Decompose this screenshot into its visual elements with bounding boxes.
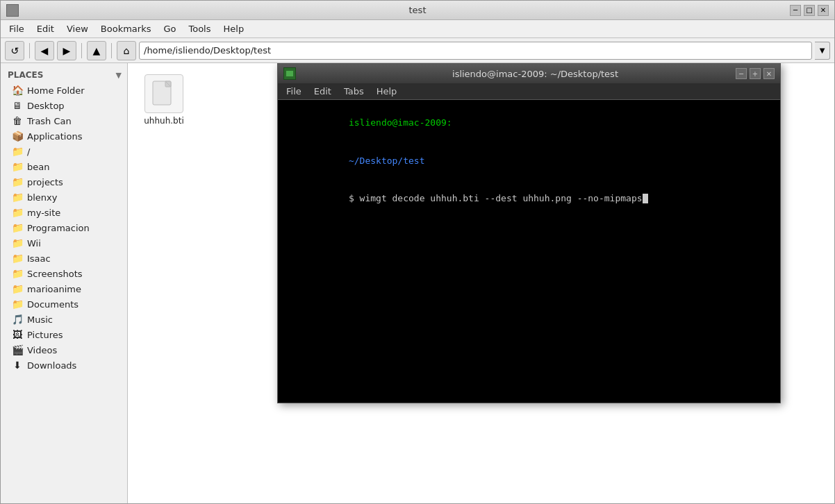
main-area: Places ▼ 🏠 Home Folder 🖥 Desktop 🗑 Trash… <box>1 63 834 503</box>
sidebar-item-music[interactable]: 🎵 Music <box>2 312 126 327</box>
up-button[interactable]: ▲ <box>87 41 106 60</box>
sidebar-item-trash-label: Trash Can <box>27 116 72 126</box>
sidebar-item-home[interactable]: 🏠 Home Folder <box>2 83 126 98</box>
terminal-menubar: File Edit Tabs Help <box>278 83 780 100</box>
terminal-close-button[interactable]: ✕ <box>763 68 775 79</box>
titlebar-controls: ─ □ ✕ <box>790 5 829 16</box>
projects-folder-icon: 📁 <box>12 176 23 187</box>
music-icon: 🎵 <box>12 314 23 325</box>
sidebar-item-mysite-label: my-site <box>27 208 60 218</box>
file-name: uhhuh.bti <box>144 116 184 126</box>
toolbar-separator-2 <box>81 43 82 58</box>
terminal-icon <box>283 67 296 80</box>
sidebar-item-projects-label: projects <box>27 177 63 187</box>
sidebar-item-bean-label: bean <box>27 162 49 172</box>
menu-go[interactable]: Go <box>158 22 181 35</box>
file-area: uhhuh.bti isliendo@imac-2009: ~/Desktop/… <box>128 63 834 503</box>
sidebar-item-documents[interactable]: 📁 Documents <box>2 296 126 312</box>
sidebar-item-programacion[interactable]: 📁 Programacion <box>2 220 126 235</box>
sidebar-item-videos[interactable]: 🎬 Videos <box>2 342 126 358</box>
root-folder-icon: 📁 <box>12 146 23 157</box>
menubar: File Edit View Bookmarks Go Tools Help <box>1 20 834 38</box>
wii-folder-icon: 📁 <box>12 237 23 249</box>
toolbar-separator <box>29 43 30 58</box>
location-bar[interactable]: /home/isliendo/Desktop/test <box>139 42 812 60</box>
close-button[interactable]: ✕ <box>818 5 829 16</box>
screenshots-folder-icon: 📁 <box>12 268 23 279</box>
menu-tools[interactable]: Tools <box>183 22 216 35</box>
sidebar-item-marioanime[interactable]: 📁 marioanime <box>2 281 126 296</box>
sidebar-item-downloads-label: Downloads <box>27 360 76 371</box>
videos-icon: 🎬 <box>12 344 23 355</box>
sidebar-item-desktop[interactable]: 🖥 Desktop <box>2 98 126 113</box>
sidebar-item-screenshots-label: Screenshots <box>27 269 83 279</box>
sidebar-item-isaac-label: Isaac <box>27 253 51 264</box>
back-button[interactable]: ◀ <box>35 41 54 60</box>
marioanime-folder-icon: 📁 <box>12 283 23 294</box>
sidebar-item-pictures-label: Pictures <box>27 330 63 340</box>
menu-bookmarks[interactable]: Bookmarks <box>95 22 157 35</box>
terminal-menu-file[interactable]: File <box>281 85 307 98</box>
minimize-button[interactable]: ─ <box>790 5 801 16</box>
menu-edit[interactable]: Edit <box>31 22 60 35</box>
sidebar-item-desktop-label: Desktop <box>27 101 65 111</box>
terminal-menu-help[interactable]: Help <box>371 85 403 98</box>
home-button[interactable]: ⌂ <box>117 41 136 60</box>
menu-help[interactable]: Help <box>218 22 250 35</box>
sidebar-item-isaac[interactable]: 📁 Isaac <box>2 251 126 266</box>
terminal-minimize-button[interactable]: ─ <box>736 68 747 79</box>
sidebar-item-wii[interactable]: 📁 Wii <box>2 235 126 251</box>
isaac-folder-icon: 📁 <box>12 253 23 264</box>
toolbar-separator-3 <box>111 43 112 58</box>
sidebar-header-label: Places <box>8 70 43 80</box>
home-icon: 🏠 <box>12 85 23 96</box>
sidebar-item-screenshots[interactable]: 📁 Screenshots <box>2 266 126 281</box>
sidebar-item-trash[interactable]: 🗑 Trash Can <box>2 113 126 128</box>
terminal-menu-edit[interactable]: Edit <box>308 85 337 98</box>
blenxy-folder-icon: 📁 <box>12 192 23 203</box>
sidebar-item-root[interactable]: 📁 / <box>2 144 126 159</box>
window-title: test <box>409 5 427 15</box>
menu-view[interactable]: View <box>61 22 94 35</box>
sidebar-item-bean[interactable]: 📁 bean <box>2 159 126 174</box>
titlebar: test ─ □ ✕ <box>1 1 834 20</box>
programacion-folder-icon: 📁 <box>12 222 23 233</box>
toolbar: ↺ ◀ ▶ ▲ ⌂ /home/isliendo/Desktop/test ▼ <box>1 38 834 63</box>
terminal-menu-tabs[interactable]: Tabs <box>338 85 370 98</box>
sidebar-item-documents-label: Documents <box>27 299 78 310</box>
terminal-content[interactable]: isliendo@imac-2009: ~/Desktop/test $ wim… <box>278 100 780 403</box>
sidebar-item-music-label: Music <box>27 314 53 325</box>
sidebar-item-mysite[interactable]: 📁 my-site <box>2 205 126 220</box>
sidebar-item-downloads[interactable]: ⬇ Downloads <box>2 358 126 373</box>
terminal-user: isliendo@imac-2009: <box>349 117 452 128</box>
sidebar: Places ▼ 🏠 Home Folder 🖥 Desktop 🗑 Trash… <box>1 63 128 503</box>
sidebar-toggle[interactable]: ▼ <box>116 71 122 80</box>
terminal-maximize-button[interactable]: + <box>750 68 761 79</box>
forward-button[interactable]: ▶ <box>57 41 76 60</box>
downloads-icon: ⬇ <box>12 360 23 371</box>
applications-icon: 📦 <box>12 131 23 142</box>
window-icon <box>6 4 19 17</box>
menu-file[interactable]: File <box>3 22 30 35</box>
terminal-line-3: $ wimgt decode uhhuh.bti --dest uhhuh.pn… <box>283 180 775 218</box>
terminal-line-1: isliendo@imac-2009: <box>283 104 775 142</box>
sidebar-item-blenxy-label: blenxy <box>27 192 58 203</box>
bean-folder-icon: 📁 <box>12 161 23 172</box>
location-dropdown[interactable]: ▼ <box>815 42 830 60</box>
terminal-path: ~/Desktop/test <box>349 156 425 166</box>
sidebar-item-applications-label: Applications <box>27 131 82 142</box>
sidebar-item-projects[interactable]: 📁 projects <box>2 174 126 190</box>
mysite-folder-icon: 📁 <box>12 207 23 218</box>
file-thumbnail <box>144 74 183 113</box>
trash-icon: 🗑 <box>12 115 23 126</box>
sidebar-item-home-label: Home Folder <box>27 85 85 96</box>
sidebar-item-pictures[interactable]: 🖼 Pictures <box>2 327 126 342</box>
desktop-icon: 🖥 <box>12 100 23 111</box>
sidebar-header: Places ▼ <box>1 67 127 83</box>
maximize-button[interactable]: □ <box>804 5 815 16</box>
terminal-titlebar: isliendo@imac-2009: ~/Desktop/test ─ + ✕ <box>278 64 780 83</box>
sidebar-item-blenxy[interactable]: 📁 blenxy <box>2 190 126 205</box>
sidebar-item-applications[interactable]: 📦 Applications <box>2 128 126 144</box>
list-item[interactable]: uhhuh.bti <box>136 72 192 128</box>
reload-button[interactable]: ↺ <box>5 41 24 60</box>
